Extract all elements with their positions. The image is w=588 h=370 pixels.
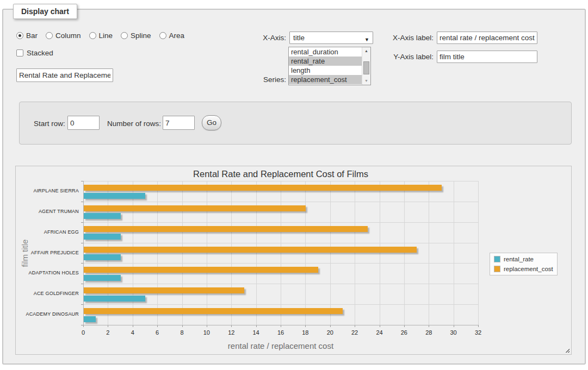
bar-replacement-cost: [84, 308, 343, 314]
radio-line[interactable]: [89, 32, 96, 39]
radio-label-line: Line: [99, 32, 113, 40]
gridline-vertical: [133, 181, 133, 325]
display-chart-fieldset: Display chart BarColumnLineSplineArea St…: [2, 9, 586, 365]
y-axis-label-caption: Y-Axis label:: [351, 53, 434, 61]
gridline-vertical: [281, 181, 281, 325]
category-label: ADAPTATION HOLES: [20, 270, 79, 275]
bar-rental-rate: [84, 296, 145, 302]
y-axis-line: [83, 181, 84, 325]
gridline-horizontal: [83, 263, 478, 264]
legend-swatch-replacement_cost: [494, 266, 500, 272]
x-tick-label: 10: [197, 329, 216, 336]
bar-replacement-cost: [84, 226, 368, 232]
bar-replacement-cost: [84, 287, 244, 293]
category-label: AIRPLANE SIERRA: [20, 188, 79, 193]
x-tick-label: 0: [73, 329, 93, 336]
x-tick-label: 30: [444, 329, 463, 336]
gridline-vertical: [108, 181, 108, 325]
x-axis-label-caption: X-Axis label:: [351, 34, 434, 42]
x-tick-label: 28: [419, 329, 438, 336]
fieldset-legend: Display chart: [13, 4, 77, 19]
gridline-vertical: [404, 181, 405, 325]
gridline-horizontal: [83, 202, 478, 202]
x-tick-label: 14: [246, 329, 266, 336]
chart-title-input[interactable]: [16, 68, 113, 82]
bar-rental-rate: [84, 193, 145, 199]
bar-rental-rate: [84, 254, 121, 260]
x-tick-label: 24: [370, 329, 389, 336]
series-option-rental_rate[interactable]: rental_rate: [289, 57, 362, 66]
gridline-vertical: [207, 181, 207, 325]
series-option-rental_duration[interactable]: rental_duration: [289, 47, 362, 57]
x-axis-label-input[interactable]: [437, 32, 537, 44]
bar-replacement-cost: [84, 267, 318, 273]
chart-type-option-bar[interactable]: Bar: [16, 32, 38, 40]
bar-rental-rate: [84, 234, 121, 240]
chart-title: Rental Rate and Replacement Cost of Film…: [83, 169, 478, 179]
chart-type-radio-group: BarColumnLineSplineArea: [16, 32, 184, 40]
x-axis-line: [83, 325, 478, 325]
x-tick-label: 2: [98, 329, 117, 336]
legend-label-rental_rate: rental_rate: [504, 256, 534, 262]
radio-label-bar: Bar: [26, 32, 38, 40]
x-tick-label: 20: [320, 329, 340, 336]
bar-rental-rate: [84, 213, 121, 219]
stacked-checkbox[interactable]: [16, 49, 23, 57]
radio-column[interactable]: [46, 32, 53, 39]
chart-legend: rental_ratereplacement_cost: [490, 253, 558, 275]
x-tick-label: 26: [394, 329, 414, 336]
start-row-label: Start row:: [34, 120, 65, 128]
gridline-vertical: [231, 181, 232, 325]
x-axis-select-label: X-Axis:: [232, 34, 286, 42]
bar-replacement-cost: [84, 205, 306, 211]
resize-handle-icon[interactable]: [564, 347, 570, 353]
row-controls-panel: Start row: Number of rows: Go: [19, 102, 572, 145]
y-axis-label-input[interactable]: [437, 51, 537, 63]
x-axis-selected-value: title: [293, 34, 305, 42]
y-axis-title: film title: [20, 239, 29, 267]
stacked-label: Stacked: [27, 49, 53, 57]
stacked-checkbox-row: Stacked: [16, 49, 53, 57]
number-of-rows-label: Number of rows:: [107, 120, 161, 128]
radio-area[interactable]: [159, 32, 166, 39]
gridline-vertical: [478, 181, 479, 325]
gridline-vertical: [182, 181, 183, 325]
gridline-horizontal: [83, 181, 478, 181]
chart-type-option-line[interactable]: Line: [89, 32, 113, 40]
gridline-horizontal: [83, 222, 478, 223]
go-button[interactable]: Go: [202, 115, 221, 130]
bar-rental-rate: [84, 316, 96, 322]
radio-label-column: Column: [55, 32, 81, 40]
legend-swatch-rental_rate: [494, 256, 500, 262]
chart-type-option-column[interactable]: Column: [46, 32, 81, 40]
gridline-vertical: [157, 181, 158, 325]
gridline-vertical: [355, 181, 355, 325]
x-tick-label: 4: [123, 329, 143, 336]
gridline-horizontal: [83, 304, 478, 305]
category-label: ACE GOLDFINGER: [20, 291, 79, 296]
category-label: AFRICAN EGG: [20, 229, 79, 235]
chart-type-option-area[interactable]: Area: [159, 32, 185, 40]
category-label: AGENT TRUMAN: [20, 209, 79, 214]
x-tick-mark: [478, 325, 479, 327]
gridline-vertical: [256, 181, 257, 325]
start-row-input[interactable]: [67, 116, 100, 130]
bar-replacement-cost: [84, 247, 417, 253]
gridline-horizontal: [83, 284, 478, 284]
gridline-vertical: [380, 181, 380, 325]
bar-rental-rate: [84, 275, 121, 281]
chart-type-option-spline[interactable]: Spline: [121, 32, 151, 40]
scrollbar-thumb[interactable]: [363, 61, 369, 74]
number-of-rows-input[interactable]: [163, 116, 195, 130]
scroll-down-icon[interactable]: ▼: [362, 77, 370, 85]
category-label: ACADEMY DINOSAUR: [20, 311, 79, 317]
radio-label-spline: Spline: [131, 32, 151, 40]
series-option-length[interactable]: length: [289, 66, 362, 75]
radio-bar[interactable]: [16, 32, 23, 39]
gridline-vertical: [330, 181, 331, 325]
chart-panel: Rental Rate and Replacement Cost of Film…: [15, 166, 572, 355]
radio-spline[interactable]: [121, 32, 128, 39]
radio-label-area: Area: [169, 32, 185, 40]
bar-replacement-cost: [84, 185, 442, 191]
series-option-replacement_cost[interactable]: replacement_cost: [289, 75, 362, 84]
